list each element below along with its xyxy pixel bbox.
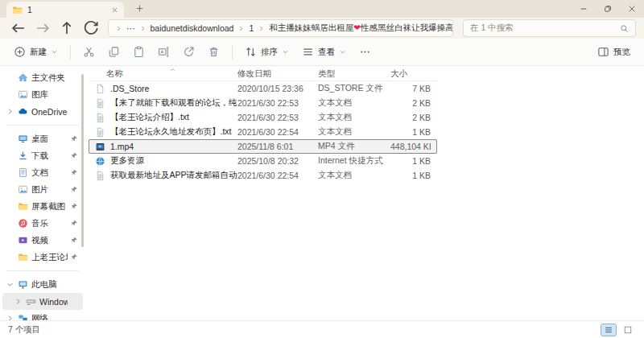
search-input[interactable]: 在 1 中搜索 [470,23,514,34]
new-button[interactable]: 新建 [8,42,64,62]
videos-icon [18,235,28,245]
new-tab-button[interactable] [135,4,144,13]
breadcrumb-item[interactable]: baidunetdiskdownload [148,23,237,33]
pin-icon [71,186,78,193]
sort-button-label: 排序 [261,47,278,58]
file-date: 2025/11/8 6:01 [237,142,318,151]
sidebar-item-文档[interactable]: 文档 [2,164,83,181]
tab-close-icon[interactable] [111,6,118,14]
sidebar-item-音乐[interactable]: 音乐 [2,215,83,232]
column-header-name[interactable]: 名称 [95,68,237,80]
rename-button[interactable] [152,42,175,62]
file-row[interactable]: .DS_Store 2020/10/15 23:36 DS_STORE 文件 7… [89,81,437,96]
forward-button[interactable] [32,19,53,37]
sidebar-item-图片[interactable]: 图片 [2,181,83,198]
chevron-right-icon[interactable] [6,107,14,116]
sidebar-scrollbar[interactable] [81,74,84,247]
pin-icon [71,237,78,244]
column-header-date[interactable]: 修改日期 [237,68,318,80]
minimize-button[interactable] [572,0,596,18]
file-type: 文本文档 [318,170,390,181]
chevron-right-icon[interactable] [14,297,23,306]
share-button[interactable] [177,42,200,62]
sidebar-item-屏幕截图[interactable]: 屏幕截图 [2,198,83,215]
back-button[interactable] [8,19,29,37]
close-button[interactable] [620,0,644,18]
sidebar-item-视频[interactable]: 视频 [2,232,83,249]
gallery-icon [18,89,28,100]
folder-icon [18,201,28,212]
chevron-right-icon [237,25,245,32]
new-icon [14,46,26,58]
preview-button-label: 预览 [613,47,630,58]
file-name: 获取最新地址及APP请发邮箱自动获取.txt [110,170,237,181]
sidebar-item-上老王论坛当[interactable]: 上老王论坛当 [2,249,83,266]
sidebar-item-label: 上老王论坛当 [31,252,68,263]
toolbar-separator [232,45,233,60]
column-header-type[interactable]: 类型 [318,68,390,80]
file-size: 2 KB [390,113,431,122]
titlebar: 1 [0,0,644,18]
file-name: 【老王论坛介绍】.txt [110,112,189,123]
chevron-right-icon[interactable] [6,314,14,320]
folder-icon [18,252,28,262]
preview-button[interactable]: 预览 [592,42,636,62]
internet-icon [95,156,105,167]
tab-title: 1 [27,5,106,14]
cut-icon [83,46,95,58]
sidebar: 主文件夹 图库 OneDrive 桌面 下载 文档 图片 屏幕截图 [0,66,85,320]
search-box[interactable]: 在 1 中搜索 [463,19,636,37]
maximize-button[interactable] [596,0,620,18]
toolbar: 新建 排序 查看 预览 [0,39,644,66]
file-date: 2021/6/30 22:54 [237,171,318,180]
tab[interactable]: 1 [6,2,124,18]
network-icon [18,313,28,320]
refresh-button[interactable] [80,19,101,37]
sidebar-item-此电脑[interactable]: 此电脑 [2,276,83,293]
rename-icon [158,46,170,58]
onedrive-icon [18,106,28,117]
copy-button[interactable] [102,42,126,62]
file-row[interactable]: 1.mp4 2025/11/8 6:01 MP4 文件 448,104 KB [89,139,437,154]
file-row[interactable]: 【老王论坛永久地址发布页】.txt 2021/6/30 22:54 文本文档 1… [89,125,437,139]
file-row[interactable]: 【来了就能下载和观看的论坛，纯免费！】.txt 2021/6/30 22:53 … [89,96,437,110]
file-row[interactable]: 【老王论坛介绍】.txt 2021/6/30 22:53 文本文档 2 KB [89,110,437,125]
sidebar-item-OneDrive[interactable]: OneDrive [2,103,83,120]
breadcrumb-item[interactable]: 和主播妹妹蜗居出租屋❤性感黑丝白袜让我爆操高潮 [266,23,453,34]
items-count: 7 个项目 [8,324,40,336]
breadcrumb-item[interactable]: 1 [246,23,256,33]
view-toggles [601,324,636,336]
view-button[interactable]: 查看 [296,42,352,62]
home-icon [18,72,28,83]
sidebar-item-Windows-SSD[interactable]: Windows-SSD [2,293,83,310]
icons-view-button[interactable] [620,324,636,336]
column-header-size[interactable]: 大小 [390,68,431,80]
file-size: 448,104 KB [390,142,431,151]
folder-icon [12,5,23,15]
file-name: .DS_Store [110,84,149,93]
txt-icon [95,127,105,138]
file-size: 1 KB [390,156,431,166]
cut-button[interactable] [77,42,101,62]
sidebar-item-桌面[interactable]: 桌面 [2,130,83,147]
sidebar-divider [6,270,79,271]
sidebar-item-主文件夹[interactable]: 主文件夹 [2,69,83,86]
paste-button[interactable] [127,42,151,62]
breadcrumb[interactable]: ⋯ baidunetdiskdownload1和主播妹妹蜗居出租屋❤性感黑丝白袜… [108,19,453,37]
view-button-label: 查看 [318,47,335,58]
sidebar-item-图库[interactable]: 图库 [2,86,83,103]
file-row[interactable]: 更多资源 2025/10/8 20:32 Internet 快捷方式 1 KB [89,154,437,168]
file-row[interactable]: 获取最新地址及APP请发邮箱自动获取.txt 2021/6/30 22:54 文… [89,168,437,183]
delete-button[interactable] [202,42,225,62]
details-view-button[interactable] [601,324,617,336]
breadcrumb-overflow[interactable]: ⋯ [124,23,138,33]
delete-icon [208,46,220,58]
file-date: 2021/6/30 22:53 [237,98,318,108]
sidebar-item-下载[interactable]: 下载 [2,147,83,164]
sort-button[interactable]: 排序 [239,42,295,62]
sidebar-item-网络[interactable]: 网络 [2,310,83,320]
up-button[interactable] [56,19,77,37]
more-button[interactable] [353,42,377,62]
chevron-down-icon[interactable] [6,280,14,289]
documents-icon [18,167,28,178]
